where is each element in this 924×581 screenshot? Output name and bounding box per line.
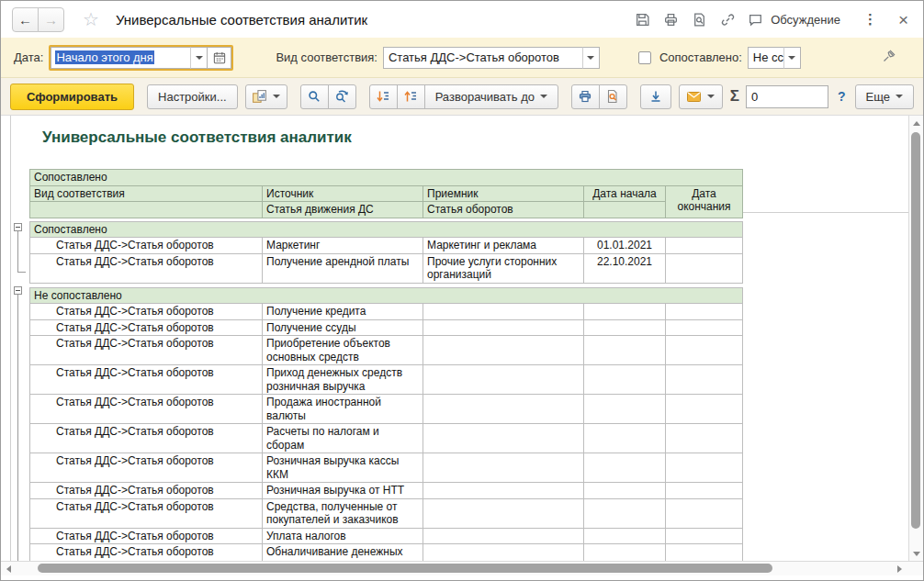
cell[interactable] [584,319,666,336]
cell[interactable] [666,319,743,336]
cell[interactable] [423,319,584,336]
cell[interactable] [584,483,666,499]
cell[interactable]: Прочие услуги сторонних организаций [423,253,584,283]
cell[interactable]: Приобретение объектов основных средств [263,336,423,365]
cell[interactable] [666,424,743,453]
cell[interactable] [584,424,666,453]
cell[interactable]: 22.10.2021 [584,253,666,283]
cell[interactable]: Уплата налогов [263,528,423,544]
cell[interactable]: Статья ДДС->Статья оборотов [30,238,263,254]
horizontal-scrollbar-thumb[interactable] [38,564,772,573]
cell[interactable]: Получение арендной платы [263,253,423,283]
cell[interactable] [666,365,743,395]
discussion-button[interactable]: Обсуждение [748,11,840,28]
pin-settings-icon[interactable] [881,48,897,68]
close-icon[interactable]: × [895,11,912,28]
matched-checkbox[interactable] [638,51,651,64]
cell[interactable] [584,544,666,562]
cell[interactable]: Средства, полученные от покупателей и за… [263,498,423,528]
print-preview-button[interactable] [599,84,627,109]
save-icon[interactable] [634,11,650,28]
cell[interactable]: Статья ДДС->Статья оборотов [30,365,263,395]
cell[interactable]: Статья ДДС->Статья оборотов [30,304,263,320]
cell[interactable] [584,498,666,528]
vertical-scrollbar-thumb[interactable] [911,132,920,529]
horizontal-scrollbar[interactable] [1,561,923,575]
scroll-right-button[interactable] [892,562,907,575]
cell[interactable]: Расчеты по налогам и сборам [263,424,423,453]
cell[interactable]: Приход денежных средств розничная выручк… [263,365,423,395]
cell[interactable] [666,544,743,562]
cell[interactable] [666,336,743,365]
cell[interactable] [423,365,584,395]
cell[interactable]: Маркетинг [263,238,423,254]
cell[interactable] [584,453,666,483]
cell[interactable] [423,304,584,320]
cell[interactable] [584,528,666,544]
favorite-star-icon[interactable]: ☆ [83,10,99,28]
cell[interactable] [423,498,584,528]
cell[interactable]: Статья ДДС->Статья оборотов [30,253,263,283]
cell[interactable]: Статья ДДС->Статья оборотов [30,319,263,336]
cell[interactable] [584,365,666,395]
cell[interactable] [584,395,666,424]
generate-button[interactable]: Сформировать [10,84,134,110]
scroll-left-button[interactable] [1,562,16,575]
cell[interactable]: 01.01.2021 [584,238,666,254]
cell[interactable] [423,336,584,365]
cell[interactable]: Розничная выручка кассы ККМ [263,453,423,483]
preview-icon[interactable] [691,11,707,28]
cell[interactable]: Получение ссуды [263,319,423,336]
cell[interactable]: Статья ДДС->Статья оборотов [30,424,263,453]
scroll-down-button[interactable] [909,546,923,561]
forward-button[interactable]: → [38,7,64,32]
collapse-groups-button[interactable] [397,84,425,109]
cell[interactable] [423,395,584,424]
collapse-group-button[interactable] [14,282,22,290]
matched-dropdown-button[interactable] [783,47,801,69]
cell[interactable] [423,528,584,544]
search-next-button[interactable] [328,84,356,109]
cell[interactable]: Статья ДДС->Статья оборотов [30,483,263,499]
kind-select-value[interactable]: Статья ДДС->Статья оборотов [383,47,583,69]
cell[interactable]: Продажа иностранной валюты [263,395,423,424]
cell[interactable] [423,544,584,562]
date-dropdown-button[interactable] [190,47,208,69]
matched-select-value[interactable]: Не сс [748,47,784,69]
cell[interactable] [666,483,743,499]
cell[interactable]: Маркетинг и реклама [423,238,584,254]
group-header[interactable]: Не сопоставлено [30,287,743,304]
expand-groups-button[interactable] [369,84,398,109]
cell[interactable] [666,253,743,283]
cell[interactable]: Обналичивание денежных средств [263,544,423,562]
save-report-button[interactable] [640,84,671,109]
cell[interactable] [666,238,743,254]
back-button[interactable]: ← [12,7,39,32]
autosum-field[interactable]: 0 [746,85,828,108]
cell[interactable] [584,304,666,320]
search-button[interactable] [300,84,329,109]
cell[interactable] [423,453,584,483]
cell[interactable]: Статья ДДС->Статья оборотов [30,528,263,544]
settings-button[interactable]: Настройки... [147,84,238,109]
scroll-up-button[interactable] [909,116,923,130]
more-menu-icon[interactable]: ⋮ [858,11,883,28]
cell[interactable] [666,304,743,320]
kind-dropdown-button[interactable] [582,47,600,69]
expand-to-button[interactable]: Разворачивать до [424,84,558,109]
help-button[interactable]: ? [838,89,846,104]
cell[interactable] [423,483,584,499]
cell[interactable] [666,528,743,544]
cell[interactable] [584,336,666,365]
date-calendar-button[interactable] [208,47,231,69]
cell[interactable] [423,424,584,453]
cell[interactable]: Получение кредита [263,304,423,320]
date-input[interactable]: Начало этого дня [51,47,190,69]
print-report-button[interactable] [571,84,600,109]
cell[interactable]: Статья ДДС->Статья оборотов [30,498,263,528]
group-header[interactable]: Сопоставлено [30,221,743,238]
cell[interactable] [666,453,743,483]
cell[interactable]: Статья ДДС->Статья оборотов [30,395,263,424]
vertical-scrollbar[interactable] [908,116,923,561]
cell[interactable]: Статья ДДС->Статья оборотов [30,544,263,562]
